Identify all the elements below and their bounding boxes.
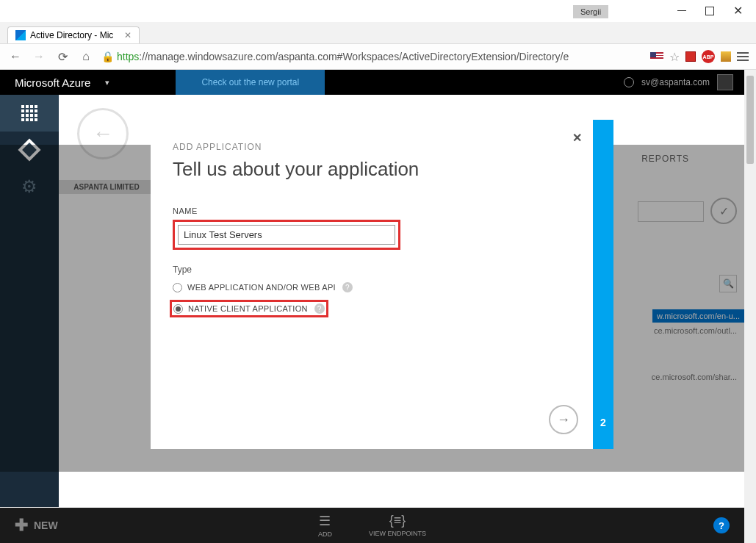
window-controls [674, 4, 756, 18]
window-titlebar: Sergii [0, 0, 756, 22]
radio-icon [173, 283, 182, 292]
locale-flag-icon[interactable] [650, 52, 663, 61]
tab-close-icon[interactable]: ✕ [124, 30, 132, 40]
nav-back-button[interactable]: ← [7, 48, 24, 65]
name-field-label: NAME [173, 206, 571, 215]
add-application-dialog: ✕ ADD APPLICATION Tell us about your app… [151, 120, 613, 449]
azure-brand[interactable]: Microsoft Azure [15, 76, 90, 89]
browser-menu-icon[interactable] [737, 52, 749, 61]
url-path: ://manage.windowsazure.com/aspanta.com#W… [139, 51, 569, 62]
globe-icon [624, 77, 634, 87]
command-add-label: ADD [318, 531, 332, 538]
tab-favicon-icon [15, 30, 26, 40]
adblock-icon[interactable]: ABP [702, 50, 715, 63]
nav-home-button[interactable]: ⌂ [78, 48, 94, 65]
help-button[interactable]: ? [713, 517, 730, 533]
dialog-title: Tell us about your application [173, 158, 571, 181]
radio-native-label: NATIVE CLIENT APPLICATION [188, 304, 308, 313]
radio-web-label: WEB APPLICATION AND/OR WEB API [187, 283, 336, 292]
user-avatar-icon [717, 74, 733, 90]
vertical-scrollbar[interactable] [744, 70, 756, 543]
add-icon: ☰ [319, 513, 331, 529]
scrollbar-thumb[interactable] [746, 76, 754, 164]
endpoints-icon: {≡} [389, 513, 406, 528]
browser-tab-bar: Active Directory - Mic ✕ [0, 22, 756, 44]
dialog-label: ADD APPLICATION [173, 142, 571, 152]
application-name-input[interactable] [178, 225, 395, 245]
grid-icon [21, 105, 37, 121]
command-view-endpoints-button[interactable]: {≡} VIEW ENDPOINTS [369, 513, 426, 538]
tab-title: Active Directory - Mic [30, 30, 113, 40]
command-new-label: NEW [34, 519, 58, 531]
nav-forward-button[interactable]: → [31, 48, 47, 65]
user-email: sv@aspanta.com [641, 77, 710, 87]
azure-header: Microsoft Azure ▾ Check out the new port… [0, 70, 744, 95]
url-protocol: https [117, 51, 139, 62]
step-number: 2 [600, 417, 606, 428]
viewport: Microsoft Azure ▾ Check out the new port… [0, 70, 756, 543]
dialog-step-indicator: 2 [593, 120, 613, 449]
lastpass-icon[interactable] [685, 51, 696, 62]
name-field-highlight [173, 220, 400, 250]
url-box[interactable]: 🔒 https ://manage.windowsazure.com/aspan… [101, 51, 643, 62]
radio-option-native-client[interactable]: NATIVE CLIENT APPLICATION ? [170, 300, 328, 317]
azure-user-area[interactable]: sv@aspanta.com [624, 74, 744, 90]
radio-option-web-app[interactable]: WEB APPLICATION AND/OR WEB API ? [173, 282, 571, 292]
window-maximize-button[interactable] [702, 4, 717, 18]
lock-icon: 🔒 [101, 51, 114, 62]
radio-icon [173, 304, 183, 314]
sidebar-item-all[interactable] [0, 95, 59, 132]
chevron-down-icon[interactable]: ▾ [105, 78, 109, 87]
arrow-left-icon: ← [93, 122, 113, 145]
browser-tab-active[interactable]: Active Directory - Mic ✕ [7, 26, 140, 43]
help-icon[interactable]: ? [314, 303, 325, 314]
window-minimize-button[interactable] [674, 4, 689, 18]
dialog-next-button[interactable]: → [549, 405, 578, 434]
checkout-new-portal-link[interactable]: Check out the new portal [176, 70, 325, 95]
browser-address-bar: ← → ⟳ ⌂ 🔒 https ://manage.windowsazure.c… [0, 44, 756, 70]
extension-icon[interactable] [721, 51, 731, 62]
dialog-close-button[interactable]: ✕ [572, 131, 582, 145]
command-bar: ✚ NEW ☰ ADD {≡} VIEW ENDPOINTS ? [0, 508, 744, 543]
plus-icon: ✚ [15, 516, 28, 535]
nav-reload-button[interactable]: ⟳ [54, 48, 71, 65]
window-close-button[interactable] [730, 4, 745, 18]
help-icon[interactable]: ? [342, 282, 353, 292]
window-user-label: Sergii [573, 5, 608, 18]
command-view-endpoints-label: VIEW ENDPOINTS [369, 530, 426, 537]
bookmark-star-icon[interactable]: ☆ [669, 50, 680, 64]
command-add-button[interactable]: ☰ ADD [318, 513, 332, 538]
command-new-button[interactable]: ✚ NEW [15, 516, 58, 535]
type-field-label: Type [173, 265, 571, 275]
